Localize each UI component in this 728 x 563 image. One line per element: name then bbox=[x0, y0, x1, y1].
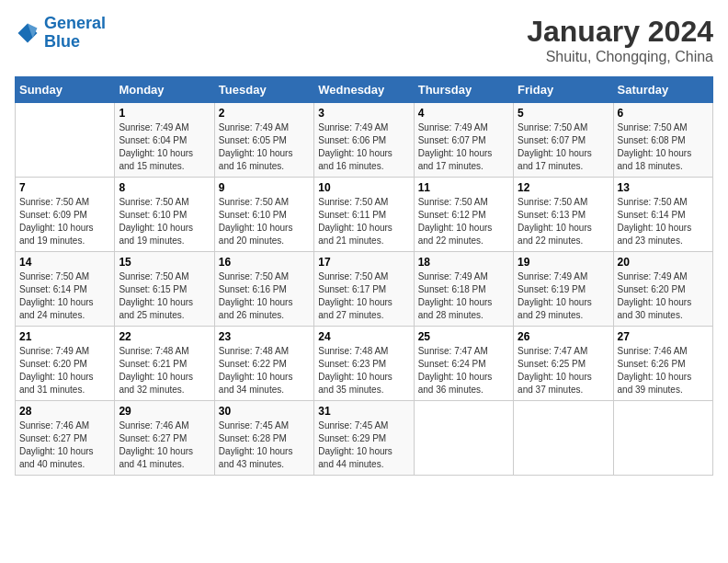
calendar-day-cell: 10Sunrise: 7:50 AMSunset: 6:11 PMDayligh… bbox=[314, 178, 414, 252]
day-number: 19 bbox=[518, 256, 609, 269]
day-info: Sunrise: 7:46 AMSunset: 6:26 PMDaylight:… bbox=[618, 345, 709, 396]
day-info: Sunrise: 7:48 AMSunset: 6:23 PMDaylight:… bbox=[318, 345, 409, 396]
day-info: Sunrise: 7:45 AMSunset: 6:28 PMDaylight:… bbox=[219, 419, 310, 471]
day-number: 15 bbox=[119, 256, 210, 269]
calendar-table: SundayMondayTuesdayWednesdayThursdayFrid… bbox=[15, 76, 713, 476]
day-info: Sunrise: 7:50 AMSunset: 6:17 PMDaylight:… bbox=[318, 270, 409, 322]
calendar-day-cell bbox=[613, 401, 712, 476]
day-number: 25 bbox=[418, 330, 509, 343]
calendar-day-cell: 2Sunrise: 7:49 AMSunset: 6:05 PMDaylight… bbox=[214, 103, 313, 178]
calendar-day-cell: 16Sunrise: 7:50 AMSunset: 6:16 PMDayligh… bbox=[214, 252, 313, 327]
day-number: 7 bbox=[19, 181, 110, 194]
weekday-header-sunday: Sunday bbox=[16, 77, 115, 103]
day-info: Sunrise: 7:50 AMSunset: 6:10 PMDaylight:… bbox=[219, 196, 310, 247]
day-number: 18 bbox=[418, 256, 509, 269]
calendar-day-cell: 20Sunrise: 7:49 AMSunset: 6:20 PMDayligh… bbox=[613, 252, 712, 327]
day-number: 23 bbox=[219, 330, 310, 343]
page-title: January 2024 bbox=[527, 15, 713, 49]
calendar-week-row: 7Sunrise: 7:50 AMSunset: 6:09 PMDaylight… bbox=[16, 178, 713, 252]
calendar-day-cell: 8Sunrise: 7:50 AMSunset: 6:10 PMDaylight… bbox=[115, 178, 214, 252]
calendar-day-cell: 26Sunrise: 7:47 AMSunset: 6:25 PMDayligh… bbox=[514, 327, 613, 401]
page-subtitle: Shuitu, Chongqing, China bbox=[527, 49, 713, 65]
calendar-day-cell bbox=[414, 401, 513, 476]
weekday-header-monday: Monday bbox=[115, 77, 214, 103]
calendar-day-cell: 4Sunrise: 7:49 AMSunset: 6:07 PMDaylight… bbox=[414, 103, 513, 178]
calendar-day-cell: 25Sunrise: 7:47 AMSunset: 6:24 PMDayligh… bbox=[414, 327, 513, 401]
calendar-day-cell: 5Sunrise: 7:50 AMSunset: 6:07 PMDaylight… bbox=[514, 103, 613, 178]
weekday-header-saturday: Saturday bbox=[613, 77, 712, 103]
calendar-day-cell: 7Sunrise: 7:50 AMSunset: 6:09 PMDaylight… bbox=[16, 178, 115, 252]
day-info: Sunrise: 7:50 AMSunset: 6:14 PMDaylight:… bbox=[618, 196, 709, 247]
header: General Blue January 2024 Shuitu, Chongq… bbox=[15, 15, 713, 65]
day-number: 24 bbox=[318, 330, 409, 343]
day-number: 31 bbox=[318, 405, 409, 418]
day-info: Sunrise: 7:50 AMSunset: 6:08 PMDaylight:… bbox=[618, 121, 709, 173]
day-info: Sunrise: 7:49 AMSunset: 6:06 PMDaylight:… bbox=[318, 121, 409, 173]
day-info: Sunrise: 7:46 AMSunset: 6:27 PMDaylight:… bbox=[19, 419, 110, 471]
day-number: 30 bbox=[219, 405, 310, 418]
calendar-day-cell: 11Sunrise: 7:50 AMSunset: 6:12 PMDayligh… bbox=[414, 178, 513, 252]
calendar-day-cell: 23Sunrise: 7:48 AMSunset: 6:22 PMDayligh… bbox=[214, 327, 313, 401]
calendar-day-cell: 19Sunrise: 7:49 AMSunset: 6:19 PMDayligh… bbox=[514, 252, 613, 327]
calendar-day-cell: 1Sunrise: 7:49 AMSunset: 6:04 PMDaylight… bbox=[115, 103, 214, 178]
day-info: Sunrise: 7:50 AMSunset: 6:07 PMDaylight:… bbox=[518, 121, 609, 173]
day-number: 8 bbox=[119, 181, 210, 194]
calendar-day-cell: 18Sunrise: 7:49 AMSunset: 6:18 PMDayligh… bbox=[414, 252, 513, 327]
calendar-week-row: 14Sunrise: 7:50 AMSunset: 6:14 PMDayligh… bbox=[16, 252, 713, 327]
calendar-day-cell: 15Sunrise: 7:50 AMSunset: 6:15 PMDayligh… bbox=[115, 252, 214, 327]
weekday-header-tuesday: Tuesday bbox=[214, 77, 313, 103]
day-info: Sunrise: 7:50 AMSunset: 6:13 PMDaylight:… bbox=[518, 196, 609, 247]
day-info: Sunrise: 7:45 AMSunset: 6:29 PMDaylight:… bbox=[318, 419, 409, 471]
calendar-day-cell: 14Sunrise: 7:50 AMSunset: 6:14 PMDayligh… bbox=[16, 252, 115, 327]
weekday-header-row: SundayMondayTuesdayWednesdayThursdayFrid… bbox=[16, 77, 713, 103]
day-info: Sunrise: 7:50 AMSunset: 6:10 PMDaylight:… bbox=[119, 196, 210, 247]
weekday-header-friday: Friday bbox=[514, 77, 613, 103]
title-area: January 2024 Shuitu, Chongqing, China bbox=[527, 15, 713, 65]
day-number: 20 bbox=[618, 256, 709, 269]
calendar-week-row: 1Sunrise: 7:49 AMSunset: 6:04 PMDaylight… bbox=[16, 103, 713, 178]
calendar-day-cell bbox=[16, 103, 115, 178]
day-info: Sunrise: 7:50 AMSunset: 6:11 PMDaylight:… bbox=[318, 196, 409, 247]
day-info: Sunrise: 7:50 AMSunset: 6:09 PMDaylight:… bbox=[19, 196, 110, 247]
day-number: 2 bbox=[219, 107, 310, 120]
day-number: 11 bbox=[418, 181, 509, 194]
calendar-day-cell: 12Sunrise: 7:50 AMSunset: 6:13 PMDayligh… bbox=[514, 178, 613, 252]
day-info: Sunrise: 7:49 AMSunset: 6:20 PMDaylight:… bbox=[19, 345, 110, 396]
day-number: 26 bbox=[518, 330, 609, 343]
calendar-day-cell: 3Sunrise: 7:49 AMSunset: 6:06 PMDaylight… bbox=[314, 103, 414, 178]
calendar-day-cell: 13Sunrise: 7:50 AMSunset: 6:14 PMDayligh… bbox=[613, 178, 712, 252]
day-info: Sunrise: 7:48 AMSunset: 6:21 PMDaylight:… bbox=[119, 345, 210, 396]
calendar-week-row: 21Sunrise: 7:49 AMSunset: 6:20 PMDayligh… bbox=[16, 327, 713, 401]
day-info: Sunrise: 7:49 AMSunset: 6:18 PMDaylight:… bbox=[418, 270, 509, 322]
calendar-day-cell bbox=[514, 401, 613, 476]
logo: General Blue bbox=[15, 15, 106, 52]
day-info: Sunrise: 7:48 AMSunset: 6:22 PMDaylight:… bbox=[219, 345, 310, 396]
calendar-day-cell: 6Sunrise: 7:50 AMSunset: 6:08 PMDaylight… bbox=[613, 103, 712, 178]
calendar-day-cell: 28Sunrise: 7:46 AMSunset: 6:27 PMDayligh… bbox=[16, 401, 115, 476]
day-number: 13 bbox=[618, 181, 709, 194]
calendar-day-cell: 17Sunrise: 7:50 AMSunset: 6:17 PMDayligh… bbox=[314, 252, 414, 327]
day-info: Sunrise: 7:50 AMSunset: 6:16 PMDaylight:… bbox=[219, 270, 310, 322]
weekday-header-wednesday: Wednesday bbox=[314, 77, 414, 103]
day-info: Sunrise: 7:49 AMSunset: 6:04 PMDaylight:… bbox=[119, 121, 210, 173]
day-number: 6 bbox=[618, 107, 709, 120]
day-info: Sunrise: 7:50 AMSunset: 6:14 PMDaylight:… bbox=[19, 270, 110, 322]
logo-line1: General bbox=[44, 14, 106, 32]
day-info: Sunrise: 7:50 AMSunset: 6:15 PMDaylight:… bbox=[119, 270, 210, 322]
day-info: Sunrise: 7:47 AMSunset: 6:24 PMDaylight:… bbox=[418, 345, 509, 396]
calendar-day-cell: 30Sunrise: 7:45 AMSunset: 6:28 PMDayligh… bbox=[214, 401, 313, 476]
day-number: 28 bbox=[19, 405, 110, 418]
day-info: Sunrise: 7:49 AMSunset: 6:07 PMDaylight:… bbox=[418, 121, 509, 173]
day-info: Sunrise: 7:49 AMSunset: 6:19 PMDaylight:… bbox=[518, 270, 609, 322]
logo-icon bbox=[15, 20, 40, 46]
calendar-day-cell: 29Sunrise: 7:46 AMSunset: 6:27 PMDayligh… bbox=[115, 401, 214, 476]
calendar-week-row: 28Sunrise: 7:46 AMSunset: 6:27 PMDayligh… bbox=[16, 401, 713, 476]
day-number: 4 bbox=[418, 107, 509, 120]
day-number: 29 bbox=[119, 405, 210, 418]
weekday-header-thursday: Thursday bbox=[414, 77, 513, 103]
day-number: 10 bbox=[318, 181, 409, 194]
calendar-day-cell: 22Sunrise: 7:48 AMSunset: 6:21 PMDayligh… bbox=[115, 327, 214, 401]
day-info: Sunrise: 7:46 AMSunset: 6:27 PMDaylight:… bbox=[119, 419, 210, 471]
day-number: 16 bbox=[219, 256, 310, 269]
day-info: Sunrise: 7:47 AMSunset: 6:25 PMDaylight:… bbox=[518, 345, 609, 396]
